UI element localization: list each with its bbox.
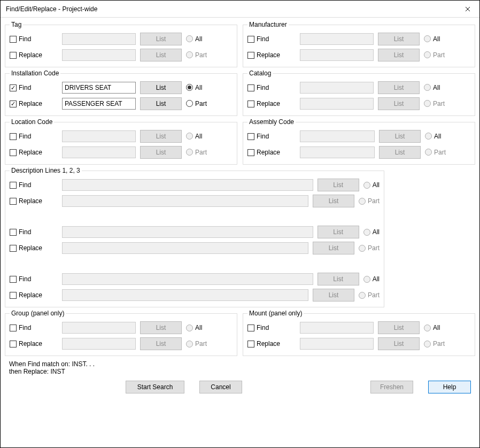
grp-find-checkbox[interactable] [10,325,17,331]
desc2-replace-input[interactable] [62,242,308,254]
inst-replace-input[interactable] [62,98,136,110]
loc-replace-list-button[interactable]: List [140,146,182,159]
loc-replace-checkbox[interactable] [10,149,17,156]
loc-find-input[interactable] [62,130,136,142]
desc3-all-radio[interactable] [363,276,370,283]
tag-find-list-button[interactable]: List [140,33,182,45]
desc1-replace-checkbox[interactable] [10,198,17,205]
grp-replace-input[interactable] [62,338,136,350]
grp-replace-checkbox[interactable] [10,341,17,347]
cat-find-list-button[interactable]: List [378,81,420,94]
loc-all-radio[interactable] [186,133,193,140]
loc-find-checkbox[interactable] [10,133,17,140]
asm-part-radio[interactable] [425,149,432,156]
mfr-part-radio[interactable] [424,51,431,58]
tag-replace-input[interactable] [62,49,136,61]
mfr-replace-list-button[interactable]: List [378,49,420,61]
mfr-all-radio[interactable] [424,35,431,42]
grp-part-radio[interactable] [186,341,193,347]
mfr-find-checkbox[interactable] [247,36,254,43]
desc3-find-checkbox[interactable] [10,276,17,283]
inst-find-input[interactable] [62,82,136,94]
mnt-replace-input[interactable] [300,338,374,350]
mnt-find-checkbox[interactable] [247,325,254,331]
mfr-replace-checkbox[interactable] [247,52,254,59]
loc-find-list-button[interactable]: List [140,130,182,143]
mnt-find-list-button[interactable]: List [378,321,420,334]
grp-find-input[interactable] [62,322,136,334]
close-button[interactable] [455,1,479,17]
asm-all-radio[interactable] [425,133,432,140]
help-button[interactable]: Help [428,381,471,393]
cat-replace-checkbox[interactable] [247,101,254,107]
asm-replace-checkbox[interactable] [247,149,254,156]
tag-find-checkbox[interactable] [10,36,17,43]
tag-replace-checkbox[interactable] [10,52,17,59]
desc1-replace-list-button[interactable]: List [313,195,354,207]
mfr-find-list-button[interactable]: List [378,33,420,45]
mfr-replace-input[interactable] [300,49,374,61]
desc1-part-radio[interactable] [359,198,366,205]
desc1-replace-input[interactable] [62,195,308,207]
desc3-find-list-button[interactable]: List [318,273,359,285]
freshen-button[interactable]: Freshen [370,381,413,393]
loc-replace-input[interactable] [62,146,136,158]
asm-find-checkbox[interactable] [247,133,254,140]
window-title: Find/Edit/Replace - Project-wide [6,5,97,13]
desc3-replace-list-button[interactable]: List [313,289,354,302]
mnt-find-input[interactable] [300,322,374,334]
desc2-find-checkbox[interactable] [10,229,17,236]
desc2-find-input[interactable] [62,226,313,238]
inst-replace-checkbox[interactable] [10,101,17,107]
grp-all-radio[interactable] [186,325,193,331]
desc2-replace-list-button[interactable]: List [313,242,354,254]
cat-all-radio[interactable] [424,84,431,91]
inst-replace-list-button[interactable]: List [140,97,182,110]
tag-find-input[interactable] [62,33,136,45]
loc-part-radio[interactable] [186,149,193,156]
inst-part-radio[interactable] [186,100,193,107]
cat-replace-input[interactable] [300,98,374,110]
desc2-part-radio[interactable] [359,245,366,252]
asm-replace-list-button[interactable]: List [379,146,421,159]
desc2-replace-checkbox[interactable] [10,245,17,252]
mfr-replace-label: Replace [257,51,280,59]
mount-group: Mount (panel only) Find List All Replace… [243,310,475,356]
cat-part-radio[interactable] [424,100,431,107]
cancel-button[interactable]: Cancel [199,381,242,393]
desc1-find-checkbox[interactable] [10,182,17,189]
mnt-part-radio[interactable] [424,341,431,347]
desc2-find-list-button[interactable]: List [318,226,359,238]
inst-all-radio[interactable] [186,84,193,91]
mnt-replace-list-button[interactable]: List [378,337,420,350]
desc3-replace-checkbox[interactable] [10,292,17,299]
tag-replace-list-button[interactable]: List [140,49,182,61]
desc3-part-radio[interactable] [359,292,366,299]
asm-find-list-button[interactable]: List [379,130,421,143]
grp-all-label: All [195,324,202,331]
desc3-find-input[interactable] [62,273,313,285]
cat-find-checkbox[interactable] [247,84,254,91]
tag-all-radio[interactable] [186,35,193,42]
inst-find-list-button[interactable]: List [140,81,182,94]
desc1-find-input[interactable] [62,179,313,191]
inst-find-label: Find [19,84,31,91]
mfr-find-input[interactable] [300,33,374,45]
inst-find-checkbox[interactable] [10,84,17,91]
start-search-button[interactable]: Start Search [126,381,184,393]
desc1-find-list-button[interactable]: List [318,179,359,191]
mnt-all-radio[interactable] [424,325,431,331]
desc2-all-radio[interactable] [363,229,370,236]
asm-find-input[interactable] [300,130,375,142]
tag-part-radio[interactable] [186,51,193,58]
grp-find-list-button[interactable]: List [140,321,182,334]
asm-replace-input[interactable] [300,146,375,158]
footer-line2: then Replace: INST [9,368,471,375]
cat-find-input[interactable] [300,82,374,94]
desc1-all-radio[interactable] [363,182,370,189]
cat-replace-list-button[interactable]: List [378,97,420,110]
installation-group: Installation Code Find List All Replace … [5,69,237,116]
grp-replace-list-button[interactable]: List [140,337,182,350]
mnt-replace-checkbox[interactable] [247,341,254,347]
desc3-replace-input[interactable] [62,289,308,301]
